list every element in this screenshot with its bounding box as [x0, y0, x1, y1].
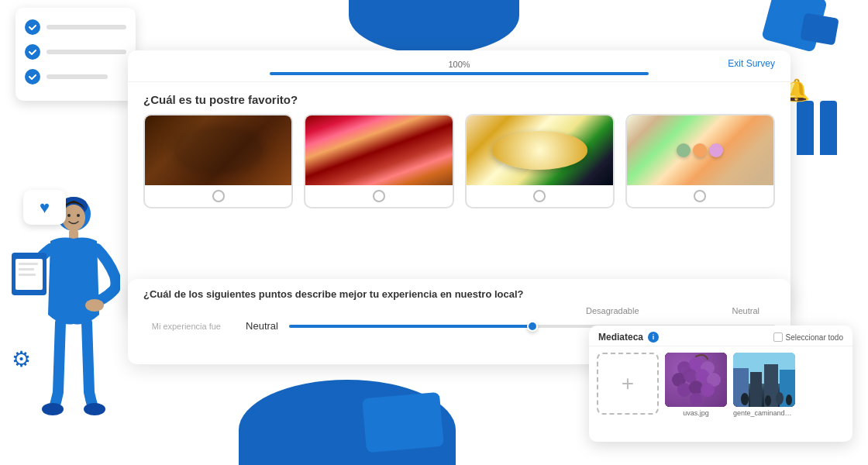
choice-image-macarons — [627, 115, 773, 185]
person-illustration — [8, 191, 120, 442]
svg-point-23 — [689, 381, 703, 394]
svg-point-31 — [741, 393, 749, 405]
crowd-visual — [733, 353, 795, 407]
tag-shape-1 — [797, 101, 814, 155]
checklist-card — [16, 8, 136, 101]
top-right-small-shape — [800, 12, 839, 45]
add-plus-icon: + — [622, 373, 634, 394]
radio-brownie — [212, 190, 225, 202]
heart-bubble: ♥ — [23, 190, 66, 225]
check-icon-3 — [25, 69, 40, 84]
mediateca-info-icon: i — [648, 332, 659, 343]
question-1-text: ¿Cuál es tu postre favorito? — [128, 82, 790, 114]
slider-fill — [289, 325, 532, 328]
bottom-envelope — [363, 392, 445, 453]
check-line-2 — [46, 50, 126, 54]
svg-rect-8 — [19, 274, 36, 276]
image-choices-container — [128, 114, 790, 219]
exit-survey-button[interactable]: Exit Survey — [728, 58, 775, 69]
progress-bar-container — [270, 72, 649, 75]
tag-decorations — [797, 101, 837, 155]
gear-icon: ⚙ — [12, 346, 31, 372]
choice-image-cupcakes — [305, 115, 452, 185]
mediateca-header: Mediateca i Seleccionar todo — [589, 326, 852, 346]
progress-label: 100% — [448, 60, 470, 69]
choice-cupcakes[interactable] — [304, 114, 453, 208]
radio-cupcakes — [373, 190, 385, 202]
mediateca-select-all[interactable]: Seleccionar todo — [773, 332, 844, 342]
svg-point-34 — [776, 392, 784, 405]
svg-point-14 — [77, 214, 80, 217]
media-add-button[interactable]: + — [597, 353, 659, 415]
brownie-image — [145, 115, 291, 185]
mediateca-panel: Mediateca i Seleccionar todo + — [589, 326, 852, 442]
macarons-image — [627, 115, 773, 185]
cupcakes-image — [305, 115, 452, 185]
svg-point-9 — [85, 299, 104, 312]
progress-area: 100% Exit Survey — [128, 50, 790, 82]
checklist-row-3 — [25, 69, 126, 84]
top-center-shape — [349, 0, 519, 54]
svg-rect-6 — [19, 263, 38, 265]
check-line-1 — [46, 25, 126, 29]
checklist-row-2 — [25, 44, 126, 60]
mediateca-checkbox[interactable] — [773, 332, 783, 342]
media-item-grapes[interactable]: uvas.jpg — [665, 353, 727, 417]
slider-left-label: Mi experiencia fue — [143, 322, 221, 331]
checklist-row-1 — [25, 19, 126, 35]
check-icon-1 — [25, 19, 40, 35]
choice-radio-cheesecake — [529, 185, 550, 207]
svg-rect-7 — [19, 268, 34, 270]
choice-radio-brownie — [208, 185, 229, 207]
choice-image-brownie — [145, 115, 291, 185]
scale-label-neutral: Neutral — [732, 306, 760, 315]
media-thumb-grapes — [665, 353, 727, 407]
svg-point-10 — [42, 403, 64, 415]
check-line-3 — [46, 74, 108, 79]
svg-point-33 — [765, 395, 771, 406]
choice-macarons[interactable] — [625, 114, 775, 208]
radio-macarons — [694, 190, 706, 202]
check-icon-2 — [25, 44, 40, 60]
tag-shape-2 — [820, 101, 837, 155]
media-item-crowd[interactable]: gente_caminando.png — [733, 353, 795, 417]
radio-cheesecake — [533, 190, 546, 202]
choice-radio-cupcakes — [368, 185, 390, 207]
media-filename-grapes: uvas.jpg — [683, 409, 709, 417]
select-all-label: Seleccionar todo — [786, 333, 844, 342]
progress-bar-fill — [270, 72, 649, 75]
mediateca-title: Mediateca — [598, 332, 643, 343]
heart-icon: ♥ — [40, 198, 50, 218]
scale-label-desagradable: Desagradable — [586, 306, 639, 315]
cheesecake-image — [467, 115, 613, 185]
media-thumb-crowd — [733, 353, 795, 407]
mediateca-content: + — [589, 346, 852, 423]
slider-current-value: Neutral — [232, 320, 278, 332]
choice-image-cheesecake — [467, 115, 613, 185]
media-filename-crowd: gente_caminando.png — [733, 409, 795, 417]
choice-cheesecake[interactable] — [465, 114, 615, 208]
svg-point-35 — [786, 394, 792, 405]
svg-point-25 — [690, 393, 702, 405]
svg-point-32 — [753, 391, 760, 405]
svg-point-11 — [84, 403, 105, 415]
scale-labels: Desagradable Neutral — [143, 306, 775, 315]
survey-card: 100% Exit Survey ¿Cuál es tu postre favo… — [128, 50, 790, 314]
slider-thumb[interactable] — [527, 321, 538, 332]
svg-point-24 — [701, 383, 715, 397]
svg-point-22 — [677, 383, 691, 397]
question-2-text: ¿Cuál de los siguientes puntos describe … — [143, 288, 775, 300]
svg-point-13 — [67, 214, 71, 217]
choice-radio-macarons — [689, 185, 711, 207]
choice-brownie[interactable] — [143, 114, 293, 208]
grapes-visual — [665, 353, 727, 407]
